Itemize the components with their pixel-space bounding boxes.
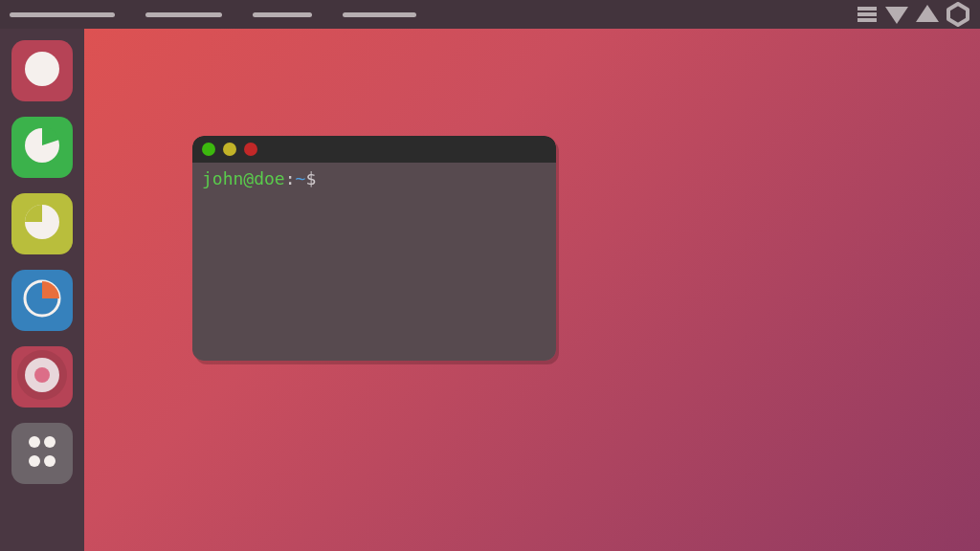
files-icon	[21, 124, 63, 170]
window-close-icon[interactable]	[244, 143, 257, 156]
menu-item-1[interactable]	[10, 12, 115, 17]
svg-point-14	[44, 436, 56, 448]
prompt-path: ~	[296, 168, 306, 188]
software-icon	[21, 201, 63, 247]
menu-item-2[interactable]	[145, 12, 222, 17]
window-minimize-icon[interactable]	[202, 143, 215, 156]
terminal-window[interactable]: john@doe:~$	[192, 136, 556, 361]
launcher-search[interactable]	[11, 40, 73, 101]
triangle-up-icon[interactable]	[915, 3, 940, 26]
launcher-disk[interactable]	[11, 346, 73, 408]
launcher-files[interactable]	[11, 117, 73, 178]
apps-icon	[21, 430, 63, 476]
launcher-settings[interactable]	[11, 270, 73, 331]
svg-marker-4	[916, 5, 939, 22]
svg-point-6	[25, 52, 59, 86]
svg-point-15	[29, 455, 40, 467]
top-panel	[0, 0, 980, 29]
prompt-symbol: $	[305, 168, 316, 188]
launcher	[0, 29, 84, 551]
svg-marker-3	[885, 7, 908, 24]
menu-item-4[interactable]	[343, 12, 416, 17]
svg-rect-0	[858, 7, 877, 11]
triangle-down-icon[interactable]	[884, 3, 909, 26]
desktop[interactable]: john@doe:~$	[84, 29, 980, 551]
window-maximize-icon[interactable]	[223, 143, 236, 156]
svg-point-13	[29, 436, 40, 448]
svg-point-16	[44, 455, 56, 467]
prompt-user: john@doe	[202, 168, 285, 188]
terminal-body[interactable]: john@doe:~$	[192, 163, 556, 361]
settings-icon	[21, 277, 63, 323]
list-icon[interactable]	[856, 3, 879, 26]
prompt-sep: :	[285, 168, 296, 188]
hexagon-icon[interactable]	[946, 2, 970, 27]
svg-marker-5	[948, 4, 968, 25]
disk-icon	[15, 348, 69, 406]
svg-point-12	[34, 367, 50, 383]
window-titlebar[interactable]	[192, 136, 556, 163]
svg-rect-1	[858, 12, 877, 16]
svg-rect-2	[858, 18, 877, 22]
search-icon	[21, 48, 63, 94]
menu-item-3[interactable]	[253, 12, 312, 17]
launcher-software[interactable]	[11, 193, 73, 254]
launcher-apps[interactable]	[11, 423, 73, 484]
